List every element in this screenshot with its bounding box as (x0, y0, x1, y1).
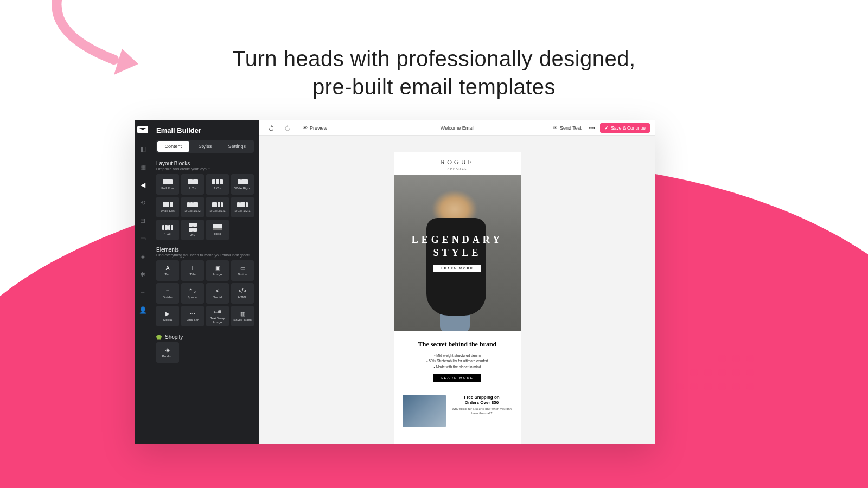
block-label: 2 Col (189, 187, 196, 190)
brand-name: ROGUE (394, 158, 521, 166)
layout-block-wide-left[interactable]: Wide Left (156, 197, 179, 217)
nav-campaigns-icon[interactable]: ◀ (138, 181, 147, 189)
layout-icon (187, 178, 198, 185)
nav-pages-icon[interactable]: ▭ (138, 234, 147, 243)
element-icon: ▭≡ (214, 309, 221, 315)
element-block-html[interactable]: </>HTML (231, 283, 254, 304)
layout-block-3-col-1-2-1[interactable]: 3 Col 1:2:1 (231, 197, 254, 217)
shipping-image (403, 395, 446, 427)
tab-settings[interactable]: Settings (221, 141, 253, 152)
secret-list: Mid-weight structured denim 50% Stretcha… (405, 353, 510, 370)
secret-cta-button[interactable]: LEARN MORE (433, 374, 481, 382)
nav-settings-icon[interactable]: ✱ (138, 270, 147, 279)
layout-block-4-col[interactable]: 4 Col (156, 220, 179, 240)
block-label: 4 Col (164, 232, 171, 236)
layout-icon (212, 178, 223, 185)
section-layout-title: Layout Blocks (151, 158, 259, 167)
canvas-topbar: 👁 Preview Welcome Email ✉ Send Test ••• … (259, 120, 655, 136)
section-elements-sub: Find everything you need to make you ema… (151, 253, 259, 260)
layout-block-full-row[interactable]: Full Row (156, 174, 179, 195)
nav-chat-icon[interactable]: ⊟ (138, 216, 147, 225)
block-label: Title (189, 273, 195, 277)
layout-icon (162, 178, 173, 185)
block-label: HTML (238, 296, 247, 299)
layout-block-3-col-2-1-1[interactable]: 3 Col 2:1:1 (206, 197, 229, 217)
element-block-button[interactable]: ▭Button (231, 260, 254, 281)
nav-dashboard-icon[interactable]: ◧ (138, 145, 147, 153)
element-block-saved-block[interactable]: ▥Saved Block (231, 306, 254, 326)
nav-automations-icon[interactable]: ⟲ (138, 198, 147, 207)
layout-block-3-col[interactable]: 3 Col (206, 174, 229, 195)
layout-block-2-col[interactable]: 2 Col (181, 174, 204, 195)
canvas-scroll[interactable]: ROGUE APPAREL LEGENDARYSTYLE LEARN MORE … (259, 136, 655, 444)
builder-sidebar: Email Builder Content Styles Settings La… (151, 120, 259, 444)
undo-button[interactable] (265, 124, 277, 132)
element-icon: ⋯ (189, 310, 196, 317)
app-logo-icon (137, 126, 148, 133)
save-continue-button[interactable]: ✔ Save & Continue (600, 123, 650, 133)
preview-button[interactable]: 👁 Preview (299, 124, 330, 132)
block-label: Divider (163, 296, 173, 299)
shipping-title: Free Shipping onOrders Over $50 (451, 395, 512, 405)
element-block-divider[interactable]: ≡Divider (156, 283, 179, 304)
block-label: 3 Col 1:2:1 (234, 209, 250, 213)
preview-label: Preview (310, 125, 327, 131)
layout-icon (187, 201, 198, 208)
element-block-text-wrap-image[interactable]: ▭≡Text Wrap Image (206, 306, 229, 326)
email-hero: LEGENDARYSTYLE LEARN MORE (394, 175, 521, 331)
redo-button[interactable] (282, 124, 294, 132)
block-label: Text Wrap Image (206, 317, 229, 324)
nav-rail: ◧ ▦ ◀ ⟲ ⊟ ▭ ◈ ✱ → 👤 (135, 120, 151, 444)
element-block-link-bar[interactable]: ⋯Link Bar (181, 306, 204, 326)
layout-icon (237, 178, 248, 185)
block-label: 2×2 (190, 233, 195, 237)
nav-logout-icon[interactable]: → (138, 288, 147, 297)
canvas-area: 👁 Preview Welcome Email ✉ Send Test ••• … (259, 120, 655, 444)
block-label: Wide Left (161, 209, 174, 213)
layout-icon (237, 201, 248, 208)
element-block-social[interactable]: <Social (206, 283, 229, 304)
block-label: Button (238, 273, 247, 277)
sidebar-title: Email Builder (151, 120, 259, 140)
block-label: 3 Col (214, 187, 221, 190)
block-label: 3 Col 2:1:1 (209, 209, 225, 213)
email-secret-section: The secret behind the brand Mid-weight s… (394, 331, 521, 387)
block-label: 3 Col 1:1:2 (184, 209, 200, 213)
element-block-media[interactable]: ▶Media (156, 306, 179, 326)
email-preview[interactable]: ROGUE APPAREL LEGENDARYSTYLE LEARN MORE … (394, 152, 521, 444)
email-brand: ROGUE APPAREL (394, 152, 521, 175)
hero-cta-button[interactable]: LEARN MORE (433, 265, 481, 272)
layout-block-hero[interactable]: Hero (206, 220, 229, 240)
element-icon: A (164, 265, 171, 271)
layout-block-grid: Full Row2 Col3 ColWide RightWide Left3 C… (151, 174, 259, 245)
element-block-text[interactable]: AText (156, 260, 179, 281)
tab-content[interactable]: Content (157, 141, 189, 152)
layout-block-wide-right[interactable]: Wide Right (231, 174, 254, 195)
mail-icon: ✉ (553, 125, 558, 131)
element-block-image[interactable]: ▣Image (206, 260, 229, 281)
element-block-product[interactable]: ◈Product (156, 342, 179, 363)
element-icon: ▭ (239, 265, 246, 271)
block-label: Social (213, 296, 222, 299)
element-icon: ▥ (239, 310, 246, 317)
shopify-label: Shopify (165, 334, 183, 340)
element-icon: T (189, 265, 196, 271)
send-test-button[interactable]: ✉ Send Test (550, 124, 585, 132)
layout-block-2-2[interactable]: 2×2 (181, 220, 204, 240)
brand-subtitle: APPAREL (394, 167, 521, 170)
block-label: Link Bar (187, 318, 199, 322)
sidebar-tabbar: Content Styles Settings (156, 140, 254, 153)
nav-user-icon[interactable]: 👤 (138, 306, 147, 314)
tab-styles[interactable]: Styles (189, 141, 221, 152)
element-block-title[interactable]: TTitle (181, 260, 204, 281)
hero-headline: LEGENDARYSTYLE (412, 233, 503, 260)
nav-box-icon[interactable]: ◈ (138, 252, 147, 261)
more-menu-button[interactable]: ••• (589, 125, 596, 131)
nav-calendar-icon[interactable]: ▦ (138, 163, 147, 171)
secret-title: The secret behind the brand (405, 341, 510, 349)
layout-block-3-col-1-1-2[interactable]: 3 Col 1:1:2 (181, 197, 204, 217)
email-shipping-section: Free Shipping onOrders Over $50 Why sett… (394, 387, 521, 427)
element-icon: ◈ (164, 346, 171, 353)
section-shopify: Shopify (151, 331, 259, 342)
element-block-spacer[interactable]: ⌃⌄Spacer (181, 283, 204, 304)
